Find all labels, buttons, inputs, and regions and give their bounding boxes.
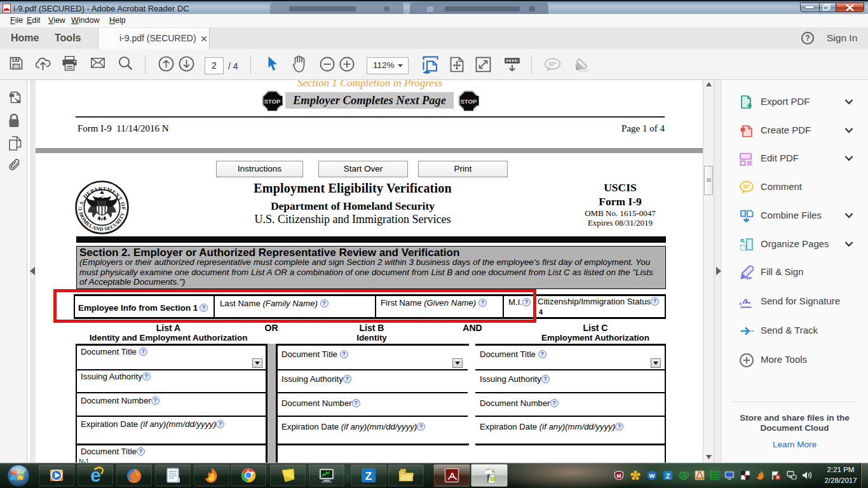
svg-text:Z: Z — [365, 470, 372, 482]
svg-text:V: V — [743, 473, 748, 479]
svg-text:Z: Z — [666, 472, 670, 480]
svg-text:STOP: STOP — [460, 98, 477, 105]
svg-text:x: x — [739, 300, 742, 306]
svg-text:M: M — [616, 473, 621, 479]
svg-text:STOP: STOP — [264, 98, 281, 105]
svg-text:W: W — [649, 472, 655, 479]
svg-text:W: W — [681, 473, 687, 479]
